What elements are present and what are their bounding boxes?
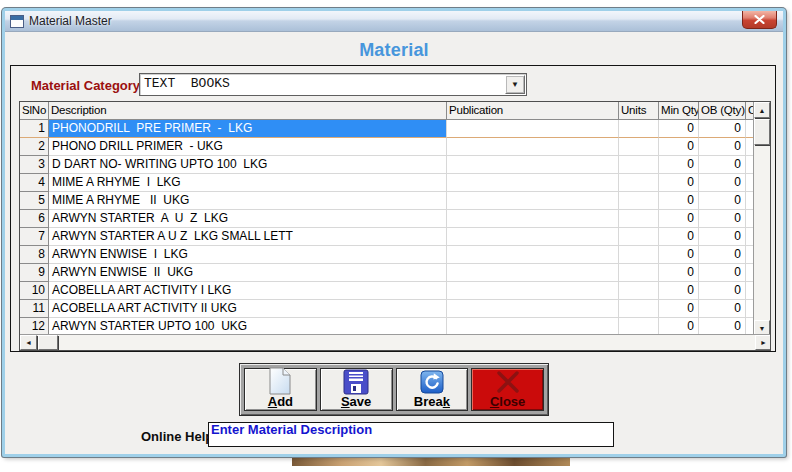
new-document-icon (268, 367, 292, 395)
cell-units[interactable] (619, 264, 659, 282)
cell-min-qty[interactable]: 0 (659, 246, 699, 264)
scroll-right-icon[interactable]: ► (755, 335, 771, 350)
cell-min-qty[interactable]: 0 (659, 210, 699, 228)
cell-units[interactable] (619, 156, 659, 174)
save-button[interactable]: Save (320, 368, 393, 411)
col-header-units: Units (619, 102, 659, 120)
cell-publication[interactable] (447, 120, 619, 138)
cell-publication[interactable] (447, 246, 619, 264)
cell-slno[interactable]: 10 (20, 282, 49, 300)
cell-min-qty[interactable]: 0 (659, 192, 699, 210)
cell-min-qty[interactable]: 0 (659, 138, 699, 156)
cell-min-qty[interactable]: 0 (659, 300, 699, 318)
cell-ob-qty[interactable]: 0 (699, 282, 746, 300)
cell-publication[interactable] (447, 228, 619, 246)
scroll-up-icon[interactable]: ▲ (754, 102, 770, 118)
cell-ob-qty[interactable]: 0 (699, 138, 746, 156)
cell-units[interactable] (619, 120, 659, 138)
cell-description[interactable]: ARWYN ENWISE II UKG (49, 264, 447, 282)
cell-min-qty[interactable]: 0 (659, 228, 699, 246)
cell-ob-qty[interactable]: 0 (699, 300, 746, 318)
cell-description[interactable]: PHONO DRILL PRIMER - UKG (49, 138, 447, 156)
cell-description[interactable]: ARWYN ENWISE I LKG (49, 246, 447, 264)
material-master-window: Material Master Material Material Catego… (2, 8, 786, 457)
online-help-label: Online Help (141, 429, 213, 444)
cell-units[interactable] (619, 282, 659, 300)
cell-publication[interactable] (447, 192, 619, 210)
vertical-scrollbar[interactable]: ▲ ▼ (753, 102, 770, 336)
online-help-textbox[interactable]: Enter Material Description (208, 422, 614, 447)
cell-units[interactable] (619, 300, 659, 318)
cell-slno[interactable]: 9 (20, 264, 49, 282)
cell-description[interactable]: ARWYN STARTER A U Z LKG (49, 210, 447, 228)
cell-slno[interactable]: 7 (20, 228, 49, 246)
cell-slno[interactable]: 1 (20, 120, 49, 138)
grid-body: 1 PHONODRILL PRE PRIMER - LKG 0 0 2 PHON… (20, 120, 770, 336)
red-x-icon (493, 369, 523, 395)
titlebar[interactable]: Material Master (5, 11, 783, 32)
online-help-text: Enter Material Description (209, 422, 613, 437)
cell-slno[interactable]: 6 (20, 210, 49, 228)
cell-publication[interactable] (447, 264, 619, 282)
cell-ob-qty[interactable]: 0 (699, 228, 746, 246)
cell-units[interactable] (619, 174, 659, 192)
cell-publication[interactable] (447, 174, 619, 192)
cell-min-qty[interactable]: 0 (659, 282, 699, 300)
cell-ob-qty[interactable]: 0 (699, 156, 746, 174)
cell-min-qty[interactable]: 0 (659, 120, 699, 138)
cell-description[interactable]: ACOBELLA ART ACTIVITY II UKG (49, 300, 447, 318)
refresh-arrow-icon (420, 369, 444, 395)
add-button[interactable]: Add (244, 368, 317, 411)
scroll-left-icon[interactable]: ◄ (20, 335, 37, 350)
col-header-min-qty: Min Qty (659, 102, 699, 120)
window-close-button[interactable] (742, 11, 777, 29)
cell-ob-qty[interactable]: 0 (699, 246, 746, 264)
cell-publication[interactable] (447, 210, 619, 228)
cell-slno[interactable]: 3 (20, 156, 49, 174)
cell-slno[interactable]: 5 (20, 192, 49, 210)
cell-description[interactable]: ACOBELLA ART ACTIVITY I LKG (49, 282, 447, 300)
cell-description[interactable]: MIME A RHYME I LKG (49, 174, 447, 192)
vertical-scroll-thumb[interactable] (754, 119, 770, 145)
cell-description[interactable]: PHONODRILL PRE PRIMER - LKG (49, 120, 447, 138)
cell-slno[interactable]: 4 (20, 174, 49, 192)
cell-units[interactable] (619, 228, 659, 246)
cell-publication[interactable] (447, 156, 619, 174)
cell-slno[interactable]: 8 (20, 246, 49, 264)
page-title: Material (5, 40, 783, 61)
cell-description[interactable]: ARWYN STARTER A U Z LKG SMALL LETT (49, 228, 447, 246)
cell-units[interactable] (619, 210, 659, 228)
cell-ob-qty[interactable]: 0 (699, 192, 746, 210)
cell-min-qty[interactable]: 0 (659, 174, 699, 192)
cell-units[interactable] (619, 246, 659, 264)
cell-slno[interactable]: 2 (20, 138, 49, 156)
cell-units[interactable] (619, 138, 659, 156)
table-row: 3 D DART NO- WRITING UPTO 100 LKG 0 0 (20, 156, 770, 174)
close-icon (754, 15, 765, 24)
cell-publication[interactable] (447, 282, 619, 300)
horizontal-scrollbar[interactable]: ◄ ► (20, 334, 771, 350)
cell-ob-qty[interactable]: 0 (699, 120, 746, 138)
col-header-slno: SlNo (20, 102, 49, 120)
horizontal-scroll-thumb[interactable] (38, 335, 58, 350)
cell-publication[interactable] (447, 138, 619, 156)
cell-min-qty[interactable]: 0 (659, 156, 699, 174)
chevron-down-icon[interactable]: ▼ (505, 75, 525, 94)
desktop-wallpaper-fragment (292, 457, 570, 466)
cell-publication[interactable] (447, 300, 619, 318)
col-header-publication: Publication (447, 102, 619, 120)
cell-ob-qty[interactable]: 0 (699, 264, 746, 282)
cell-ob-qty[interactable]: 0 (699, 174, 746, 192)
cell-description[interactable]: D DART NO- WRITING UPTO 100 LKG (49, 156, 447, 174)
close-button[interactable]: Close (471, 368, 544, 411)
material-category-label: Material Category (31, 78, 140, 93)
table-row: 10 ACOBELLA ART ACTIVITY I LKG 0 0 (20, 282, 770, 300)
cell-ob-qty[interactable]: 0 (699, 210, 746, 228)
cell-slno[interactable]: 11 (20, 300, 49, 318)
cell-description[interactable]: MIME A RHYME II UKG (49, 192, 447, 210)
client-area: Material Material Category TEXT BOOKS ▼ … (5, 32, 783, 454)
material-category-select[interactable]: TEXT BOOKS ▼ (139, 73, 527, 96)
break-button[interactable]: Break (396, 368, 469, 411)
cell-min-qty[interactable]: 0 (659, 264, 699, 282)
cell-units[interactable] (619, 192, 659, 210)
